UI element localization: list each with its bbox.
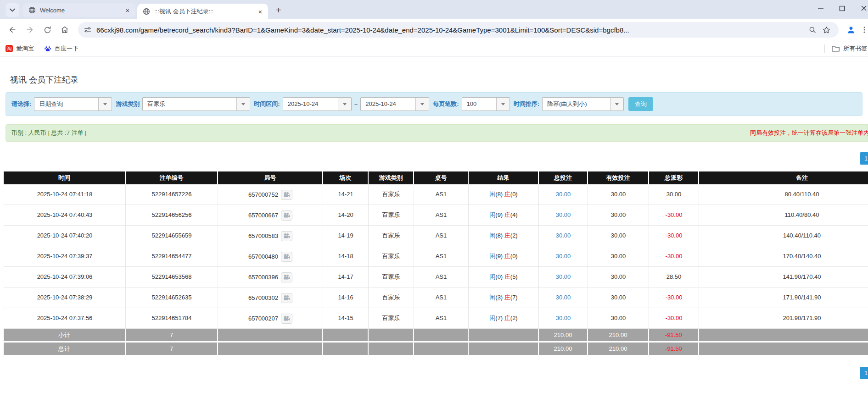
window-controls	[810, 0, 868, 17]
valid-bet: 30.00	[588, 205, 649, 226]
replay-video-icon[interactable]	[281, 272, 292, 282]
table-header-cell: 总派彩	[649, 171, 699, 184]
game-type: 百家乐	[369, 287, 414, 308]
back-button[interactable]	[5, 22, 20, 38]
per-page-label: 每页笔数:	[433, 100, 459, 108]
table-row: 2025-10-24 07:40:20522914655659657000583…	[4, 226, 868, 246]
browser-menu-icon[interactable]	[859, 22, 868, 38]
close-tab-icon[interactable]: ×	[123, 6, 132, 14]
time-sort-select[interactable]: 降幂(由大到小)	[542, 97, 624, 111]
game-type-select[interactable]: 百家乐	[142, 97, 250, 111]
tab-strip: Welcome × :::视讯 会员下注纪录::: × +	[0, 0, 868, 19]
subtotal-payout: -91.50	[649, 329, 699, 341]
game-type: 百家乐	[369, 184, 414, 205]
forward-button[interactable]	[22, 22, 38, 38]
maximize-button[interactable]	[831, 0, 853, 17]
search-button[interactable]: 查询	[628, 97, 653, 111]
url-text[interactable]: 66cxkj98.com/game/betrecord_search/kind3…	[96, 26, 806, 34]
zoom-icon[interactable]	[806, 23, 819, 37]
query-type-select[interactable]: 日期查询	[34, 97, 112, 111]
chevron-down-icon[interactable]	[236, 98, 250, 111]
pagination-button[interactable]: 1	[860, 367, 868, 379]
table-row: 2025-10-24 07:39:06522914653568657000396…	[4, 267, 868, 287]
bet-id: 522914653568	[126, 267, 218, 287]
profile-avatar[interactable]	[843, 22, 859, 38]
bookmark-taobao[interactable]: 淘 爱淘宝	[6, 44, 34, 53]
bookmarks-bar: 淘 爱淘宝 百度一下 所有书签	[0, 40, 868, 57]
table-header-cell: 注单编号	[126, 171, 218, 184]
total-bet-link[interactable]: 30.00	[539, 184, 588, 205]
total-bet-link[interactable]: 30.00	[539, 308, 588, 329]
site-settings-icon[interactable]	[84, 26, 92, 34]
reload-button[interactable]	[39, 22, 55, 38]
replay-video-icon[interactable]	[281, 293, 292, 303]
result: 闲(9) 庄(0)	[469, 246, 539, 267]
close-tab-icon[interactable]: ×	[256, 7, 264, 16]
result: 闲(3) 庄(7)	[469, 287, 539, 308]
total-bet-link[interactable]: 30.00	[539, 205, 588, 226]
chevron-down-icon[interactable]	[98, 98, 112, 111]
bet-time: 2025-10-24 07:39:06	[4, 267, 126, 287]
payout: -30.00	[649, 246, 699, 267]
replay-video-icon[interactable]	[281, 190, 292, 200]
session-number: 14-19	[323, 226, 369, 246]
chevron-down-icon[interactable]	[496, 98, 510, 111]
table-header-row: 时间注单编号局号场次游戏类别桌号结果总投注有效投注总派彩备注	[4, 171, 868, 184]
minimize-button[interactable]	[810, 0, 831, 17]
table-number: AS1	[414, 184, 469, 205]
remark: 141.90/170.40	[699, 267, 868, 287]
new-tab-button[interactable]: +	[272, 3, 286, 17]
address-bar[interactable]: 66cxkj98.com/game/betrecord_search/kind3…	[78, 22, 839, 38]
table-number: AS1	[414, 226, 469, 246]
bet-time: 2025-10-24 07:38:29	[4, 287, 126, 308]
total-bet-link[interactable]: 30.00	[539, 226, 588, 246]
game-type: 百家乐	[369, 308, 414, 329]
date-end-select[interactable]: 2025-10-24	[360, 97, 429, 111]
total-bet-link[interactable]: 30.00	[539, 267, 588, 287]
session-number: 14-16	[323, 287, 369, 308]
close-window-button[interactable]	[853, 0, 868, 17]
replay-video-icon[interactable]	[281, 314, 292, 324]
replay-video-icon[interactable]	[281, 231, 292, 241]
home-button[interactable]	[57, 22, 73, 38]
tab-search-button[interactable]	[6, 3, 19, 17]
game-type: 百家乐	[369, 205, 414, 226]
table-header-cell: 桌号	[414, 171, 469, 184]
chevron-down-icon[interactable]	[338, 98, 351, 111]
page-content: 视讯 会员下注纪录 请选择: 日期查询 游戏类别 百家乐 时间区间: 2025-…	[0, 57, 868, 398]
globe-icon	[28, 6, 36, 14]
total-bet-link[interactable]: 30.00	[539, 246, 588, 267]
tab-bet-record[interactable]: :::视讯 会员下注纪录::: ×	[137, 4, 268, 19]
select-type-label: 请选择:	[11, 100, 31, 108]
total-bet-link[interactable]: 30.00	[539, 287, 588, 308]
game-type-label: 游戏类别	[116, 100, 140, 108]
date-start-select[interactable]: 2025-10-24	[283, 97, 352, 111]
tab-welcome[interactable]: Welcome ×	[23, 3, 135, 17]
divider	[824, 44, 825, 53]
pagination-button[interactable]: 1	[860, 152, 868, 165]
chevron-down-icon[interactable]	[610, 98, 623, 111]
bookmark-star-icon[interactable]	[819, 23, 833, 37]
bet-id: 522914657226	[126, 184, 218, 205]
result: 闲(8) 庄(0)	[469, 184, 539, 205]
page-title: 视讯 会员下注纪录	[0, 57, 868, 85]
currency-summary: 币别 : 人民币 | 总共 :7 注单 |	[11, 129, 87, 137]
replay-video-icon[interactable]	[281, 252, 292, 262]
chevron-down-icon[interactable]	[415, 98, 429, 111]
chevron-down-icon	[10, 8, 15, 12]
all-bookmarks-button[interactable]: 所有书签	[824, 44, 867, 53]
valid-bet: 30.00	[588, 226, 649, 246]
bookmark-baidu[interactable]: 百度一下	[44, 44, 78, 53]
time-range-label: 时间区间:	[254, 100, 280, 108]
tilde-separator: ~	[354, 101, 358, 108]
session-number: 14-17	[323, 267, 369, 287]
round-number-text: 657000583	[248, 226, 278, 246]
summary-bar: 币别 : 人民币 | 总共 :7 注单 | 同局有效投注，统一计算在该局第一张注…	[6, 124, 868, 142]
subtotal-count: 7	[126, 329, 218, 341]
bet-time: 2025-10-24 07:40:20	[4, 226, 126, 246]
remark: 201.90/171.90	[699, 308, 868, 329]
result: 闲(9) 庄(4)	[469, 205, 539, 226]
replay-video-icon[interactable]	[281, 210, 292, 221]
per-page-select[interactable]: 100	[462, 97, 510, 111]
session-number: 14-21	[323, 184, 369, 205]
